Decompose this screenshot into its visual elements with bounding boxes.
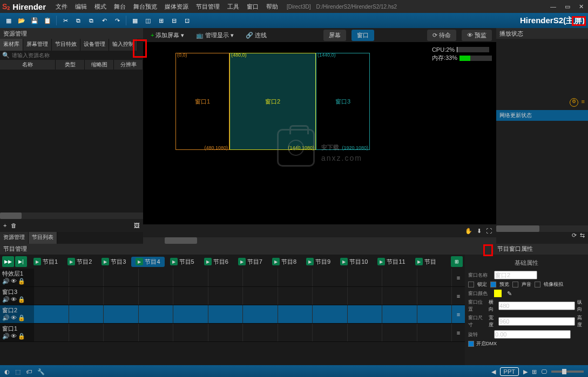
menu-media[interactable]: 媒体资源 xyxy=(161,2,192,12)
hand-icon[interactable]: ✋ xyxy=(465,228,472,235)
add-screen-dropdown[interactable]: +添加屏幕 ▾ xyxy=(147,30,187,40)
menu-program[interactable]: 节目管理 xyxy=(193,2,223,12)
sb-icon1[interactable]: ◐ xyxy=(4,368,10,375)
sb-slider[interactable] xyxy=(551,371,584,373)
minimize-icon[interactable]: — xyxy=(548,2,558,11)
fullscreen-icon[interactable]: ⛶ xyxy=(486,228,492,234)
track-窗口2[interactable]: 窗口2🔊👁🔒≡ xyxy=(0,305,465,324)
menu-window[interactable]: 窗口 xyxy=(244,2,262,12)
center-hscroll[interactable] xyxy=(143,237,496,244)
delete-icon[interactable]: 🗑 xyxy=(11,222,17,229)
grid-toggle[interactable]: ⊞ xyxy=(451,256,463,267)
menu-preview[interactable]: 舞台预览 xyxy=(130,2,160,12)
settings-icon[interactable]: ⚙ xyxy=(570,98,578,107)
track-menu-icon[interactable]: ≡ xyxy=(457,330,460,336)
tab-input[interactable]: 输入控制 xyxy=(109,39,138,51)
track-窗口1[interactable]: 窗口1🔊👁🔒≡ xyxy=(0,324,465,342)
program-5[interactable]: ▶节目5 xyxy=(166,257,199,267)
menu-icon[interactable]: ≡ xyxy=(582,98,585,110)
search-input[interactable] xyxy=(12,52,141,58)
preview-button[interactable]: 👁 预监 xyxy=(462,30,492,41)
maximize-icon[interactable]: ▭ xyxy=(563,2,572,11)
bottab-programlist[interactable]: 节目列表 xyxy=(29,232,57,244)
undo-icon[interactable]: ↶ xyxy=(99,15,110,26)
window-mode-button[interactable]: 窗口 xyxy=(352,30,374,41)
mirror-checkbox[interactable] xyxy=(535,282,540,287)
sb-next-icon[interactable]: ▶ xyxy=(523,368,528,375)
rotation-input[interactable] xyxy=(494,330,571,339)
right-hscroll[interactable] xyxy=(496,225,588,232)
program-1[interactable]: ▶节目1 xyxy=(29,257,62,267)
layout2-icon[interactable]: ⊞ xyxy=(156,15,166,26)
zoom-icon[interactable]: ⬇ xyxy=(477,228,482,235)
stage-canvas[interactable]: (0,0) 窗口1 (480,1080) (480,0) 窗口2 (1440,1… xyxy=(143,42,496,224)
screen-window1[interactable]: (0,0) 窗口1 (480,1080) xyxy=(175,53,229,150)
program-7[interactable]: ▶节目7 xyxy=(234,257,267,267)
color-edit-icon[interactable]: ✎ xyxy=(507,290,512,297)
layout4-icon[interactable]: ⊡ xyxy=(181,15,192,26)
layout1-icon[interactable]: ◫ xyxy=(143,15,153,26)
sb-grid-icon[interactable]: ⊞ xyxy=(532,368,537,375)
copy-icon[interactable]: ⧉ xyxy=(73,15,84,26)
screen-mode-button[interactable]: 屏幕 xyxy=(323,30,346,41)
cut-icon[interactable]: ✂ xyxy=(60,15,71,26)
refresh-icon[interactable]: ⟳ xyxy=(572,232,577,244)
close-icon[interactable]: ✕ xyxy=(577,2,586,11)
sb-icon2[interactable]: ⬚ xyxy=(15,368,21,375)
col-thumb[interactable]: 缩略图 xyxy=(85,60,114,70)
menu-file[interactable]: 文件 xyxy=(52,2,71,12)
sound-checkbox[interactable] xyxy=(512,282,518,287)
add-icon[interactable]: + xyxy=(3,222,6,229)
copy2-icon[interactable]: ⧉ xyxy=(86,15,97,26)
program-11[interactable]: ▶节目11 xyxy=(373,257,409,267)
sb-tag-icon[interactable]: 🏷 xyxy=(26,368,32,375)
menu-mode[interactable]: 模式 xyxy=(91,2,110,12)
pos-h-input[interactable] xyxy=(498,301,575,310)
tab-device[interactable]: 设备管理 xyxy=(80,39,109,51)
track-menu-icon[interactable]: ≡ xyxy=(457,311,460,318)
lock-checkbox[interactable] xyxy=(468,282,474,287)
program-9[interactable]: ▶节目9 xyxy=(302,257,335,267)
connect-button[interactable]: 🔗 连线 xyxy=(242,30,270,40)
preview-checkbox[interactable] xyxy=(490,282,496,287)
dmx-checkbox[interactable] xyxy=(468,341,474,347)
size-w-input[interactable] xyxy=(498,317,575,326)
network-section[interactable]: 网络更新状态 xyxy=(496,110,588,121)
sb-screen-icon[interactable]: 🖵 xyxy=(541,368,547,375)
new-icon[interactable]: ▦ xyxy=(3,15,14,26)
sync-icon[interactable]: ⇆ xyxy=(580,232,585,244)
paste-icon[interactable]: 📋 xyxy=(42,15,53,26)
track-特效层1[interactable]: 特效层1🔊👁🔒≡ xyxy=(0,269,465,287)
sb-prev-icon[interactable]: ◀ xyxy=(491,368,496,375)
mgmt-display-dropdown[interactable]: 📺 管理显示 ▾ xyxy=(193,30,237,40)
program-10[interactable]: ▶节目10 xyxy=(336,257,372,267)
window-name-input[interactable] xyxy=(494,271,537,279)
menu-help[interactable]: 帮助 xyxy=(263,2,281,12)
play-all-button[interactable]: ▶▶ xyxy=(2,256,14,267)
layout3-icon[interactable]: ⊟ xyxy=(168,15,179,26)
color-swatch[interactable] xyxy=(494,290,502,297)
col-res[interactable]: 分辨率 xyxy=(114,60,143,70)
track-窗口3[interactable]: 窗口3🔊👁🔒≡ xyxy=(0,287,465,305)
col-type[interactable]: 类型 xyxy=(56,60,85,70)
track-menu-icon[interactable]: ≡ xyxy=(457,293,460,299)
program-4[interactable]: ▶节目4 xyxy=(131,257,164,267)
menu-tools[interactable]: 工具 xyxy=(224,2,242,12)
standby-button[interactable]: ⟳ 待命 xyxy=(427,30,456,41)
open-icon[interactable]: 📂 xyxy=(16,15,27,26)
grid-icon[interactable]: ▦ xyxy=(130,15,140,26)
image-icon[interactable]: 🖼 xyxy=(134,222,140,229)
track-menu-icon[interactable]: ≡ xyxy=(457,275,460,281)
redo-icon[interactable]: ↷ xyxy=(112,15,123,26)
next-button[interactable]: ▶| xyxy=(15,256,27,267)
left-hscroll[interactable] xyxy=(0,213,143,219)
program-8[interactable]: ▶节目8 xyxy=(268,257,301,267)
program-6[interactable]: ▶节目6 xyxy=(200,257,233,267)
sb-wrench-icon[interactable]: 🔧 xyxy=(37,368,45,375)
program-12[interactable]: ▶节目 xyxy=(411,257,441,267)
menu-stage[interactable]: 舞台 xyxy=(111,2,129,12)
col-name[interactable]: 名称 xyxy=(0,60,56,70)
sb-ppt[interactable]: PPT xyxy=(500,367,519,376)
tab-screen-mgmt[interactable]: 屏幕管理 xyxy=(23,39,52,51)
menu-edit[interactable]: 编辑 xyxy=(72,2,90,12)
